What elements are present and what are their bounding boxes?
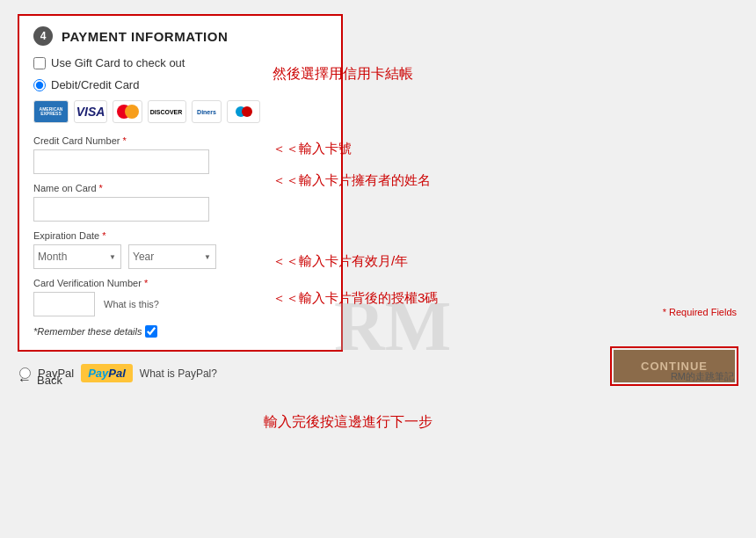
section-header: 4 PAYMENT INFORMATION <box>33 26 327 46</box>
visa-icon: VISA <box>74 100 107 123</box>
back-label: Back <box>37 374 62 387</box>
required-fields-note: * Required Fields <box>663 307 737 317</box>
amex-icon: AMERICANEXPRESS <box>33 100 69 123</box>
annotation-enter-card-num: ＜＜輸入卡號 <box>273 141 352 157</box>
step-number: 4 <box>33 26 53 46</box>
expiration-date-label: Expiration Date * <box>33 230 327 241</box>
page-wrapper: 4 PAYMENT INFORMATION Use Gift Card to c… <box>0 0 756 538</box>
rm-brand-area: RM的走跳筆記 <box>671 370 734 386</box>
maestro-icon <box>227 100 260 123</box>
annotation-enter-name: ＜＜輸入卡片擁有者的姓名 <box>273 172 431 189</box>
discover-icon: DISCOVER <box>148 100 186 123</box>
back-link[interactable]: ← Back <box>18 372 62 388</box>
annotation-click-continue: 輸入完後按這邊進行下一步 <box>264 413 433 432</box>
remember-label: *Remember these details <box>33 326 142 337</box>
credit-card-input[interactable] <box>33 149 209 174</box>
month-select-wrapper: Month 010203 040506 070809 101112 <box>33 244 121 269</box>
section-title: PAYMENT INFORMATION <box>62 29 228 44</box>
gift-card-checkbox[interactable] <box>33 57 46 69</box>
month-select[interactable]: Month 010203 040506 070809 101112 <box>33 244 121 269</box>
required-marker: * <box>120 135 126 146</box>
debit-card-radio[interactable] <box>33 79 46 91</box>
remember-checkbox[interactable] <box>145 325 157 338</box>
annotation-enter-expiry: ＜＜輸入卡片有效月/年 <box>273 253 408 270</box>
diners-icon: Diners <box>192 100 222 123</box>
year-select-wrapper: Year 202420252026 202720282029 <box>128 244 216 269</box>
debit-card-label: Debit/Credit Card <box>51 78 139 91</box>
mastercard-icon <box>113 100 142 123</box>
gift-card-label: Use Gift Card to check out <box>51 56 185 69</box>
rm-brand-text: RM的走跳筆記 <box>671 370 734 383</box>
annotation-enter-cvv: ＜＜輸入卡片背後的授權3碼 <box>273 290 438 307</box>
remember-details-row: *Remember these details <box>33 325 327 338</box>
content-area: 4 PAYMENT INFORMATION Use Gift Card to c… <box>0 0 756 396</box>
cvv-label: Card Verification Number * <box>33 278 327 288</box>
back-arrow-icon: ← <box>18 372 32 388</box>
year-select[interactable]: Year 202420252026 202720282029 <box>128 244 216 269</box>
annotation-choose-credit: 然後選擇用信用卡結帳 <box>273 65 413 84</box>
card-icons-row: AMERICANEXPRESS VISA DISCOVER Diners <box>33 100 327 123</box>
cvv-what-is-this[interactable]: What is this? <box>104 299 159 309</box>
name-on-card-input[interactable] <box>33 197 209 222</box>
cvv-input[interactable] <box>33 292 95 316</box>
